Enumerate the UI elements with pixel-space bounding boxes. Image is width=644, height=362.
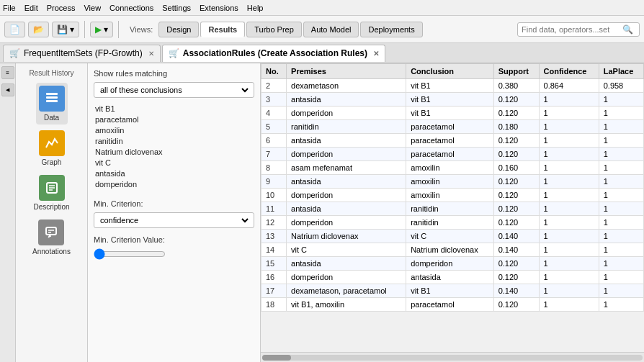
tab-assoc-rules-close[interactable]: ✕ — [373, 50, 379, 58]
table-row[interactable]: 4 domperidon vit B1 0.120 1 1 — [261, 107, 644, 120]
table-row[interactable]: 17 dexametason, paracetamol vit B1 0.140… — [261, 284, 644, 298]
list-item[interactable]: vit C — [94, 158, 254, 168]
criterion-dropdown[interactable]: confidence support lift — [94, 212, 254, 228]
tab-fp-growth[interactable]: 🛒 FrequentItemSets (FP-Growth) ✕ — [3, 45, 161, 62]
table-row[interactable]: 8 asam mefenamat amoxilin 0.160 1 1 — [261, 161, 644, 175]
table-row[interactable]: 13 Natrium diclovenax vit C 0.140 1 1 — [261, 230, 644, 243]
cell-premises: dexametason — [287, 79, 406, 93]
table-row[interactable]: 15 antasida domperidon 0.120 1 1 — [261, 257, 644, 271]
search-box[interactable]: 🔍 — [517, 22, 640, 37]
open-button[interactable]: 📂 — [28, 22, 49, 37]
result-history-btn[interactable]: ◀ — [1, 83, 14, 96]
run-button[interactable]: ▶ ▾ — [90, 22, 113, 37]
list-item[interactable]: vit B1 — [94, 104, 254, 114]
sidebar-collapse-btn[interactable]: ≡ — [1, 66, 14, 79]
hscroll-thumb[interactable] — [262, 355, 291, 361]
tab-turbo-prep[interactable]: Turbo Prep — [246, 22, 302, 37]
run-dropdown-icon[interactable]: ▾ — [104, 24, 108, 35]
cell-conclusion: amoxilin — [406, 161, 494, 175]
panel-item-data[interactable]: Data — [36, 83, 68, 125]
cell-support: 0.140 — [493, 230, 539, 243]
col-support[interactable]: Support — [493, 64, 539, 79]
search-input[interactable] — [522, 25, 622, 34]
rules-select[interactable]: all of these conclusions any of these co… — [97, 85, 251, 95]
hscroll-track — [262, 355, 643, 361]
menu-file[interactable]: File — [3, 4, 16, 12]
run-icon: ▶ — [95, 24, 102, 35]
table-row[interactable]: 6 antasida paracetamol 0.120 1 1 — [261, 134, 644, 148]
table-wrapper[interactable]: No. Premises Conclusion Support Confiden… — [261, 63, 644, 352]
table-row[interactable]: 5 ranitidin paracetamol 0.180 1 1 — [261, 120, 644, 134]
panel-item-annotations[interactable]: Annotations — [30, 217, 73, 258]
min-value-slider[interactable] — [94, 248, 166, 260]
cell-premises: domperidon — [287, 216, 406, 230]
tab-auto-model[interactable]: Auto Model — [303, 22, 359, 37]
tab-fp-growth-close[interactable]: ✕ — [148, 50, 154, 58]
table-row[interactable]: 2 dexametason vit B1 0.380 0.864 0.958 — [261, 79, 644, 93]
table-row[interactable]: 14 vit C Natrium diclovenax 0.140 1 1 — [261, 243, 644, 257]
save-dropdown-icon[interactable]: ▾ — [70, 24, 74, 35]
new-button[interactable]: 📄 — [4, 22, 25, 37]
tab-results[interactable]: Results — [200, 22, 245, 37]
col-confidence[interactable]: Confidence — [539, 64, 599, 79]
cell-conclusion: paracetamol — [406, 120, 494, 134]
save-icon: 💾 — [57, 24, 68, 35]
list-item[interactable]: antasida — [94, 168, 254, 178]
description-icon — [39, 175, 65, 201]
table-row[interactable]: 11 antasida ranitidin 0.120 1 1 — [261, 202, 644, 216]
cell-laplace: 0.958 — [599, 79, 643, 93]
menu-view[interactable]: View — [84, 4, 101, 12]
min-criterion-label: Min. Criterion: — [94, 199, 254, 208]
cell-no: 6 — [261, 134, 287, 148]
criterion-select[interactable]: confidence support lift — [97, 215, 251, 225]
cell-support: 0.140 — [493, 243, 539, 257]
save-button[interactable]: 💾 ▾ — [52, 22, 79, 37]
svg-rect-7 — [46, 227, 56, 235]
list-item[interactable]: paracetamol — [94, 114, 254, 125]
col-no[interactable]: No. — [261, 64, 287, 79]
menu-edit[interactable]: Edit — [24, 4, 38, 12]
table-row[interactable]: 9 antasida amoxilin 0.120 1 1 — [261, 175, 644, 189]
menu-process[interactable]: Process — [47, 4, 76, 12]
table-row[interactable]: 12 domperidon ranitidin 0.120 1 1 — [261, 216, 644, 230]
list-item[interactable]: Natrium diclovenax — [94, 147, 254, 157]
table-row[interactable]: 3 antasida vit B1 0.120 1 1 — [261, 93, 644, 107]
list-item[interactable]: ranitidin — [94, 136, 254, 146]
horizontal-scrollbar[interactable] — [261, 352, 644, 362]
cell-premises: antasida — [287, 257, 406, 271]
table-row[interactable]: 7 domperidon paracetamol 0.120 1 1 — [261, 148, 644, 161]
cell-confidence: 1 — [539, 189, 599, 202]
cell-no: 2 — [261, 79, 287, 93]
rules-panel: Show rules matching all of these conclus… — [88, 63, 261, 362]
col-laplace[interactable]: LaPlace — [599, 64, 643, 79]
panel-item-graph[interactable]: Graph — [36, 127, 68, 169]
table-row[interactable]: 18 vit B1, amoxilin paracetamol 0.120 1 … — [261, 298, 644, 312]
tab-assoc-rules[interactable]: 🛒 AssociationRules (Create Association R… — [162, 45, 385, 62]
tab-fp-growth-label: FrequentItemSets (FP-Growth) — [24, 48, 143, 58]
tab-deployments[interactable]: Deployments — [360, 22, 422, 37]
table-row[interactable]: 16 domperidon antasida 0.120 1 1 — [261, 271, 644, 284]
panel-item-description[interactable]: Description — [30, 172, 72, 214]
menu-connections[interactable]: Connections — [109, 4, 153, 12]
col-premises[interactable]: Premises — [287, 64, 406, 79]
cell-laplace: 1 — [599, 189, 643, 202]
annotations-icon — [38, 220, 64, 245]
cell-laplace: 1 — [599, 230, 643, 243]
cell-confidence: 1 — [539, 202, 599, 216]
cell-laplace: 1 — [599, 257, 643, 271]
tab-design[interactable]: Design — [158, 22, 199, 37]
rules-dropdown[interactable]: all of these conclusions any of these co… — [94, 82, 254, 98]
list-item[interactable]: amoxilin — [94, 125, 254, 135]
cell-no: 16 — [261, 271, 287, 284]
list-item[interactable]: domperidon — [94, 179, 254, 189]
menu-extensions[interactable]: Extensions — [200, 4, 238, 12]
min-value-label: Min. Criterion Value: — [94, 235, 254, 244]
menu-settings[interactable]: Settings — [162, 4, 191, 12]
table-row[interactable]: 10 domperidon amoxilin 0.120 1 1 — [261, 189, 644, 202]
menu-help[interactable]: Help — [247, 4, 264, 12]
cell-no: 3 — [261, 93, 287, 107]
cell-confidence: 1 — [539, 93, 599, 107]
cell-conclusion: Natrium diclovenax — [406, 243, 494, 257]
col-conclusion[interactable]: Conclusion — [406, 64, 494, 79]
panel-graph-label: Graph — [42, 158, 62, 166]
